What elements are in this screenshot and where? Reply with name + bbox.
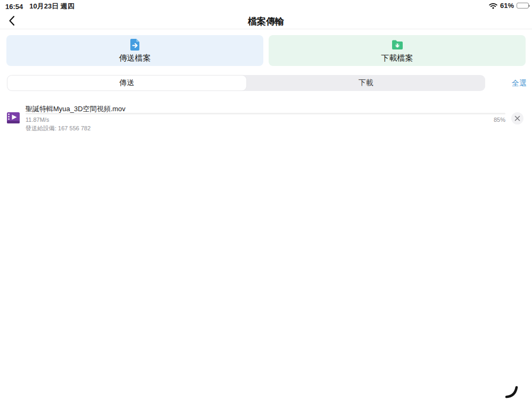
file-transfer-screen: 16:54 10月23日 週四 61% xyxy=(0,0,532,399)
status-bar-right: 61% xyxy=(489,2,529,10)
wifi-icon xyxy=(489,3,497,9)
send-files-label: 傳送檔案 xyxy=(119,53,151,63)
transfer-row[interactable]: 聖誕特輯Myua_3D空間視頻.mov 11.87M/s 85% 發送給設備: … xyxy=(0,103,532,133)
folder-download-icon xyxy=(391,38,404,51)
progress-bar xyxy=(26,113,505,114)
tab-send[interactable]: 傳送 xyxy=(7,76,246,90)
tab-bar-row: 傳送 下載 全選 xyxy=(0,75,532,91)
download-files-card[interactable]: 下載檔案 xyxy=(269,35,526,66)
corner-stroke-mark xyxy=(502,383,521,399)
nav-bar: 檔案傳輸 xyxy=(0,12,532,29)
video-file-icon xyxy=(6,112,20,124)
transfer-percent: 85% xyxy=(26,117,505,123)
segmented-control: 傳送 下載 xyxy=(7,75,485,91)
file-send-icon xyxy=(129,38,142,51)
cancel-transfer-button[interactable] xyxy=(511,112,523,124)
battery-nub xyxy=(529,5,530,7)
battery-icon xyxy=(517,3,529,9)
transfer-destination: 發送給設備: 167 556 782 xyxy=(26,124,90,132)
send-files-card[interactable]: 傳送檔案 xyxy=(6,35,263,66)
battery-percent-label: 61% xyxy=(500,2,514,10)
download-files-label: 下載檔案 xyxy=(381,53,413,63)
status-bar: 16:54 10月23日 週四 61% xyxy=(0,0,532,12)
select-all-link[interactable]: 全選 xyxy=(512,79,527,88)
status-bar-left: 16:54 10月23日 週四 xyxy=(5,2,74,11)
page-title: 檔案傳輸 xyxy=(0,15,532,28)
tab-download[interactable]: 下載 xyxy=(247,75,486,91)
close-icon xyxy=(514,115,520,121)
clock: 16:54 xyxy=(5,3,23,11)
status-date: 10月23日 週四 xyxy=(29,2,74,11)
